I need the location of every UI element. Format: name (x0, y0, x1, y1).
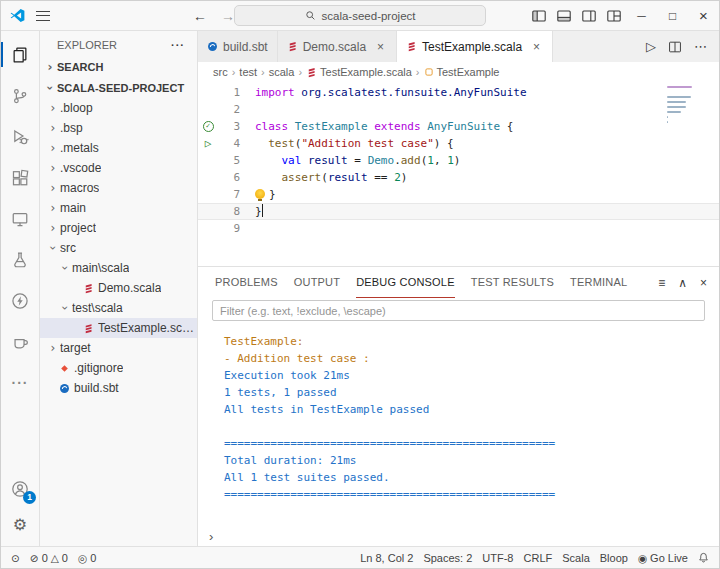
close-panel-icon[interactable]: × (700, 276, 707, 290)
extensions-icon[interactable] (1, 157, 39, 198)
explorer-icon[interactable] (1, 34, 39, 75)
eol-status[interactable]: CRLF (519, 547, 558, 568)
console-filter-options-icon[interactable]: ≡ (658, 276, 665, 290)
code-text[interactable]: test("Addition test case") { (240, 135, 719, 152)
tree-item-project[interactable]: ›project (40, 218, 197, 238)
problems-status[interactable]: ⊘0 △0 (25, 547, 73, 568)
tab-bar: build.sbtDemo.scala×TestExample.scala× ▷… (198, 31, 719, 62)
close-tab-icon[interactable]: × (530, 40, 543, 54)
panel-tab-test-results[interactable]: TEST RESULTS (471, 267, 554, 298)
more-icon[interactable]: ··· (1, 362, 39, 403)
build-server-status[interactable]: Bloop (595, 547, 633, 568)
run-test-icon[interactable]: ▷ (205, 135, 212, 152)
maximize-button[interactable]: □ (657, 1, 688, 30)
toggle-primary-sidebar-icon[interactable] (526, 1, 551, 30)
go-live-status[interactable]: ◉ Go Live (633, 547, 693, 568)
panel-tab-debug-console[interactable]: DEBUG CONSOLE (356, 267, 455, 298)
code-text[interactable]: } (240, 186, 719, 203)
maximize-panel-icon[interactable]: ∧ (678, 276, 687, 290)
tab-build.sbt[interactable]: build.sbt (198, 31, 278, 62)
editor-more-actions-icon[interactable]: ⋯ (694, 39, 707, 54)
metals-icon[interactable] (1, 280, 39, 321)
split-editor-icon[interactable] (668, 40, 682, 54)
indentation-status[interactable]: Spaces: 2 (418, 547, 477, 568)
tree-item-macros[interactable]: ›macros (40, 178, 197, 198)
tree-item-.bsp[interactable]: ›.bsp (40, 118, 197, 138)
tree-item-.metals[interactable]: ›.metals (40, 138, 197, 158)
menu-icon[interactable] (36, 11, 50, 21)
code-text[interactable]: assert(result == 2) (240, 169, 719, 186)
breadcrumb-test[interactable]: test (239, 66, 257, 78)
language-mode-status[interactable]: Scala (557, 547, 595, 568)
code-line: ▷4 test("Addition test case") { (198, 135, 719, 152)
encoding-status[interactable]: UTF-8 (477, 547, 518, 568)
forward-icon[interactable]: → (221, 8, 235, 24)
java-icon[interactable] (1, 321, 39, 362)
tree-item-target[interactable]: ›target (40, 338, 197, 358)
chevron-down-icon: › (58, 261, 72, 275)
debug-console-input[interactable]: › (198, 526, 719, 546)
command-center-search[interactable]: scala-seed-project (234, 5, 486, 26)
code-text[interactable]: class TestExample extends AnyFunSuite { (240, 118, 719, 135)
tree-item-demo.scala[interactable]: Demo.scala (40, 278, 197, 298)
settings-gear-icon[interactable]: ⚙ (1, 508, 39, 542)
breadcrumb-scala[interactable]: scala (269, 66, 295, 78)
search-icon (305, 10, 316, 21)
test-pass-icon[interactable]: ✓ (203, 121, 214, 132)
tree-item-test-scala[interactable]: ›test\scala (40, 298, 197, 318)
code-line: ✓3class TestExample extends AnyFunSuite … (198, 118, 719, 135)
tree-item-.bloop[interactable]: ›.bloop (40, 98, 197, 118)
console-line: ========================================… (224, 435, 719, 452)
tree-item-main[interactable]: ›main (40, 198, 197, 218)
remote-indicator[interactable]: ⊙ (6, 547, 25, 568)
testing-icon[interactable] (1, 239, 39, 280)
remote-explorer-icon[interactable] (1, 198, 39, 239)
code-text[interactable]: } (240, 203, 719, 220)
explorer-more-actions-icon[interactable]: ··· (171, 39, 185, 51)
code-editor[interactable]: 1import org.scalatest.funsuite.AnyFunSui… (198, 82, 719, 266)
panel-tab-problems[interactable]: PROBLEMS (215, 267, 278, 298)
close-button[interactable]: × (688, 1, 719, 30)
panel-tab-terminal[interactable]: TERMINAL (570, 267, 627, 298)
chevron-right-icon: › (46, 181, 60, 195)
tree-item-build.sbt[interactable]: build.sbt (40, 378, 197, 398)
tree-item-main-scala[interactable]: ›main\scala (40, 258, 197, 278)
tree-item-testexample.scala[interactable]: TestExample.scala (40, 318, 197, 338)
back-icon[interactable]: ← (193, 8, 207, 24)
toggle-secondary-sidebar-icon[interactable] (576, 1, 601, 30)
close-tab-icon[interactable]: × (374, 40, 387, 54)
tree-item-src[interactable]: ›src (40, 238, 197, 258)
search-section-header[interactable]: › SEARCH (40, 56, 197, 77)
run-button[interactable]: ▷ (646, 39, 656, 54)
breadcrumb-src[interactable]: src (213, 66, 228, 78)
panel-tab-output[interactable]: OUTPUT (294, 267, 340, 298)
text-cursor (262, 204, 264, 217)
notifications-bell[interactable] (693, 547, 714, 568)
prompt-chevron-icon: › (209, 529, 213, 544)
code-text[interactable]: import org.scalatest.funsuite.AnyFunSuit… (240, 84, 719, 101)
toggle-panel-icon[interactable] (551, 1, 576, 30)
errors-icon: ⊘ (30, 552, 39, 564)
account-icon[interactable]: 1 (1, 470, 39, 508)
tree-item-.gitignore[interactable]: .gitignore (40, 358, 197, 378)
run-and-debug-icon[interactable] (1, 116, 39, 157)
tab-demo.scala[interactable]: Demo.scala× (278, 31, 397, 62)
breadcrumb-testexample[interactable]: TestExample (424, 66, 500, 78)
lightbulb-icon[interactable] (255, 189, 265, 199)
code-text[interactable]: val result = Demo.add(1, 1) (240, 152, 719, 169)
console-filter-input[interactable] (212, 300, 705, 321)
remote-icon: ⊙ (11, 552, 20, 564)
source-control-icon[interactable] (1, 75, 39, 116)
broadcast-status[interactable]: ◎0 (73, 547, 101, 568)
breadcrumb-testexample.scala[interactable]: TestExample.scala (306, 66, 412, 78)
project-section-header[interactable]: › SCALA-SEED-PROJECT (40, 77, 197, 98)
tab-testexample.scala[interactable]: TestExample.scala× (397, 31, 553, 62)
minimap[interactable] (667, 86, 703, 131)
cursor-position-status[interactable]: Ln 8, Col 2 (355, 547, 418, 568)
customize-layout-icon[interactable] (601, 1, 626, 30)
minimize-button[interactable]: ─ (626, 1, 657, 30)
tree-item-.vscode[interactable]: ›.vscode (40, 158, 197, 178)
broadcast-icon: ◎ (78, 552, 87, 564)
search-text: scala-seed-project (322, 10, 416, 22)
chevron-right-icon: › (46, 101, 60, 115)
